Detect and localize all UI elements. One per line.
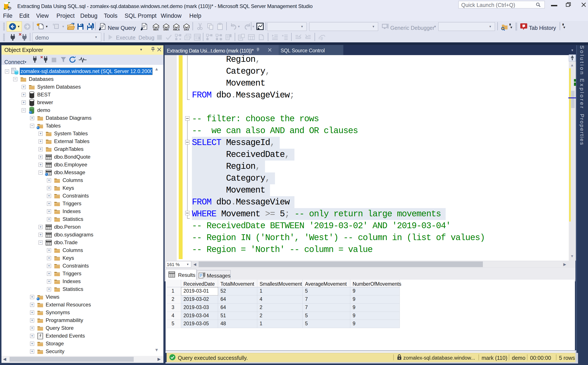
svg-text:XMLA: XMLA xyxy=(173,28,180,31)
svg-text:DAX: DAX xyxy=(184,28,189,31)
svg-text:MDX: MDX xyxy=(153,28,159,31)
svg-text:@: @ xyxy=(321,36,323,41)
svg-text:DMX: DMX xyxy=(164,28,169,31)
